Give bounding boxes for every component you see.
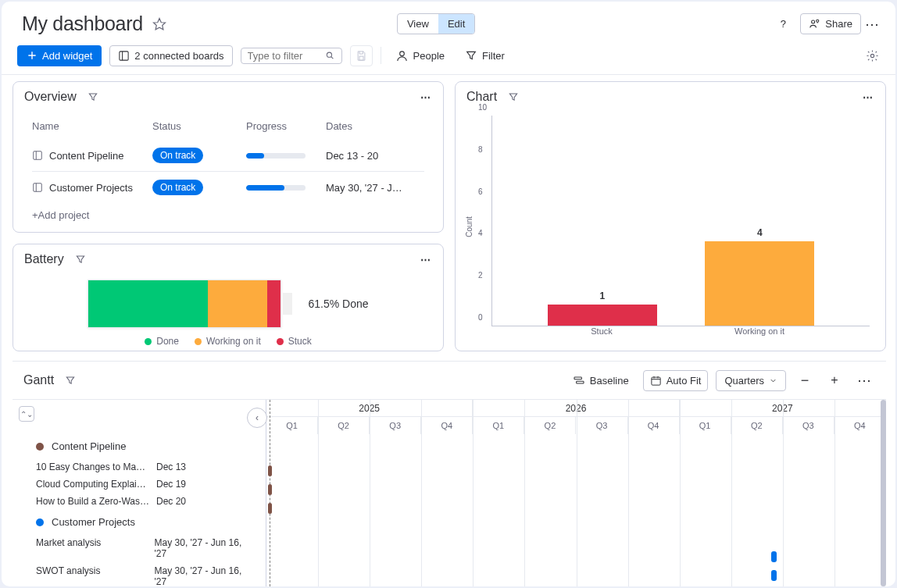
collapse-all-icon[interactable]: ⌃⌄: [19, 406, 34, 422]
gantt-item[interactable]: How to Build a Zero-Waste Ki…Dec 20: [13, 493, 266, 510]
status-badge: On track: [152, 148, 203, 163]
gantt-bar[interactable]: [771, 570, 777, 581]
add-project-button[interactable]: +Add project: [32, 203, 424, 221]
svg-rect-9: [34, 184, 42, 192]
battery-title: Battery: [24, 252, 64, 266]
gantt-item[interactable]: SWOT analysisMay 30, '27 - Jun 16, '27: [13, 562, 266, 586]
chart-bar: 1: [540, 290, 665, 326]
autofit-button[interactable]: Auto Fit: [643, 370, 709, 391]
svg-point-4: [327, 52, 331, 57]
zoom-out-icon[interactable]: −: [794, 369, 816, 391]
gantt-bar[interactable]: [268, 503, 272, 514]
add-widget-button[interactable]: Add widget: [17, 45, 102, 66]
chart-title: Chart: [466, 90, 497, 104]
x-tick: Stuck: [539, 326, 664, 336]
gantt-quarter: Q4: [421, 417, 473, 434]
settings-gear-icon[interactable]: [861, 45, 883, 66]
gantt-group[interactable]: Content Pipeline: [13, 434, 266, 458]
gantt-quarter: Q2: [731, 417, 783, 434]
gantt-quarter: Q2: [318, 417, 370, 434]
gantt-more-icon[interactable]: ⋯: [853, 369, 875, 391]
filter-button[interactable]: Filter: [459, 45, 511, 66]
chart-bar: 4: [697, 227, 822, 326]
row-name: Content Pipeline: [49, 150, 123, 162]
people-label: People: [413, 50, 445, 62]
progress-bar: [246, 185, 306, 191]
edit-mode-button[interactable]: Edit: [438, 14, 474, 34]
people-filter-button[interactable]: People: [389, 45, 451, 66]
board-icon: [32, 150, 43, 161]
search-input[interactable]: [248, 50, 326, 62]
filter-search[interactable]: [241, 48, 342, 64]
chart-axis: 14 0246810: [491, 116, 870, 326]
chart-more-icon[interactable]: ⋯: [863, 91, 874, 103]
status-badge: On track: [152, 180, 203, 195]
svg-point-6: [399, 51, 404, 55]
chart-widget: Chart ⋯ Count 14 0246810 StuckWorking on…: [455, 81, 886, 351]
add-widget-label: Add widget: [42, 50, 92, 62]
svg-rect-11: [576, 381, 583, 383]
y-tick: 6: [478, 187, 483, 195]
zoom-in-icon[interactable]: +: [824, 369, 845, 391]
gantt-bar[interactable]: [268, 465, 272, 476]
gantt-bar[interactable]: [771, 551, 777, 562]
gantt-quarter: Q4: [628, 417, 680, 434]
more-options-icon[interactable]: ⋯: [861, 13, 883, 35]
gantt-item[interactable]: Cloud Computing Explained: …Dec 19: [13, 476, 266, 493]
board-icon: [32, 182, 43, 193]
svg-rect-5: [359, 56, 363, 60]
battery-segment: [267, 280, 281, 327]
gantt-item[interactable]: Market analysisMay 30, '27 - Jun 16, '27: [13, 534, 266, 562]
collapse-panel-icon[interactable]: ‹: [247, 408, 267, 428]
svg-rect-12: [652, 377, 660, 385]
battery-filter-icon[interactable]: [75, 254, 86, 265]
y-tick: 8: [478, 144, 483, 153]
gantt-widget: Gantt Baseline Auto Fit Quarters: [13, 361, 886, 586]
gantt-filter-icon[interactable]: [65, 375, 76, 386]
gantt-quarter: Q4: [834, 417, 886, 434]
overview-more-icon[interactable]: ⋯: [420, 91, 432, 103]
battery-legend: DoneWorking on itStuck: [145, 336, 312, 347]
gantt-item[interactable]: 10 Easy Changes to Make You…Dec 13: [13, 458, 266, 476]
legend-item: Stuck: [277, 336, 312, 347]
gantt-bar[interactable]: [268, 484, 272, 495]
y-tick: 4: [478, 229, 483, 237]
battery-segment: [208, 280, 267, 327]
overview-row[interactable]: Customer Projects On track May 30, '27 -…: [32, 172, 424, 203]
granularity-select[interactable]: Quarters: [716, 370, 786, 391]
gantt-quarter: Q1: [680, 417, 731, 434]
gantt-group[interactable]: Customer Projects: [13, 510, 266, 534]
y-tick: 2: [478, 271, 483, 280]
share-button[interactable]: Share: [800, 13, 861, 34]
overview-filter-icon[interactable]: [88, 91, 98, 102]
svg-point-1: [812, 20, 815, 23]
gantt-quarter: Q1: [266, 417, 318, 434]
svg-rect-3: [120, 51, 128, 59]
progress-bar: [246, 153, 306, 159]
overview-row[interactable]: Content Pipeline On track Dec 13 - 20: [32, 140, 424, 172]
svg-point-2: [817, 20, 819, 22]
battery-bar: [88, 280, 281, 328]
favorite-star-icon[interactable]: [152, 17, 166, 31]
gantt-quarter: Q3: [370, 417, 421, 434]
vertical-scrollbar[interactable]: [881, 400, 886, 586]
page-title: My dashboard: [22, 12, 143, 35]
y-tick: 0: [478, 313, 483, 322]
battery-segment: [88, 280, 208, 327]
legend-item: Done: [145, 336, 179, 347]
baseline-button[interactable]: Baseline: [566, 370, 635, 390]
share-label: Share: [825, 18, 852, 30]
y-tick: 10: [478, 103, 487, 112]
svg-point-7: [870, 54, 874, 57]
help-icon[interactable]: ?: [772, 13, 794, 35]
view-edit-toggle[interactable]: View Edit: [397, 13, 475, 34]
battery-more-icon[interactable]: ⋯: [420, 254, 432, 265]
connected-boards-label: 2 connected boards: [134, 50, 223, 62]
connected-boards-button[interactable]: 2 connected boards: [109, 45, 232, 66]
gantt-title: Gantt: [23, 373, 54, 387]
chart-filter-icon[interactable]: [508, 91, 519, 102]
view-mode-button[interactable]: View: [398, 14, 438, 34]
row-dates: May 30, '27 - J…: [326, 182, 424, 194]
svg-rect-10: [574, 377, 581, 380]
save-filter-button[interactable]: [350, 45, 373, 66]
